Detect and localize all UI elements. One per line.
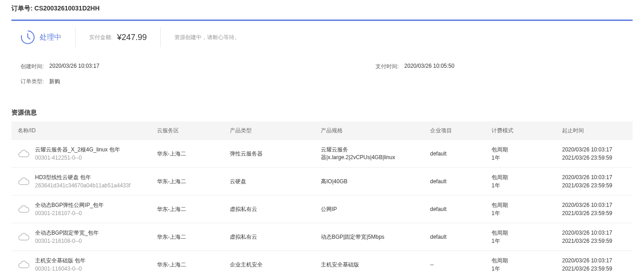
cloud-icon: [18, 177, 30, 186]
cloud-icon: [18, 232, 30, 241]
cell-spec: 云耀云服务器|x.large.2|2vCPUs|4GB|linux: [316, 140, 426, 168]
amount-cell: 实付金额: ¥247.99: [76, 27, 161, 47]
meta-value: 2020/03/26 10:03:17: [49, 63, 99, 70]
cell-start-time: 2020/03/26 10:03:17: [562, 173, 628, 181]
cell-billing-term: 1年: [492, 209, 553, 217]
cell-ptype: 云硬盘: [225, 168, 316, 196]
resource-name: 云耀云服务器_X_2核4G_linux 包年: [35, 146, 120, 154]
meta-value: 新购: [49, 78, 60, 85]
cell-start-time: 2020/03/26 10:03:17: [562, 201, 628, 209]
cell-ptype: 虚拟私有云: [225, 196, 316, 223]
th-project: 企业项目: [426, 121, 487, 140]
th-region: 云服务区: [152, 121, 225, 140]
cell-billing-term: 1年: [492, 265, 553, 273]
cell-billing-term: 1年: [492, 237, 553, 245]
th-time: 起止时间: [558, 121, 633, 140]
table-row: 主机安全基础版 包年00301-116043-0--0华东-上海二企业主机安全主…: [11, 251, 633, 276]
cell-region: 华东-上海二: [152, 140, 225, 168]
th-name: 名称/ID: [11, 121, 152, 140]
cell-billing-mode: 包周期: [492, 201, 553, 209]
processing-icon: [20, 30, 35, 45]
meta-label: 订单类型:: [20, 78, 44, 85]
amount-value: ¥247.99: [117, 33, 147, 42]
cell-spec: 主机安全基础版: [316, 251, 426, 276]
resource-id: 00301-216108-0--0: [35, 237, 99, 245]
cell-billing-mode: 包周期: [492, 256, 553, 265]
cell-billing-term: 1年: [492, 154, 553, 162]
table-row: 云耀云服务器_X_2核4G_linux 包年00301-412251-0--0华…: [11, 140, 633, 168]
cell-region: 华东-上海二: [152, 251, 225, 276]
amount-label: 实付金额:: [89, 34, 112, 41]
cell-spec: 高IO|40GB: [316, 168, 426, 196]
cell-ptype: 弹性云服务器: [225, 140, 316, 168]
cell-region: 华东-上海二: [152, 168, 225, 196]
order-number: 订单号: CS20032610031D2HH: [11, 5, 633, 13]
cell-spec: 动态BGP|固定带宽|5Mbps: [316, 223, 426, 251]
order-meta: 创建时间: 2020/03/26 10:03:17 支付时间: 2020/03/…: [11, 63, 633, 93]
cell-end-time: 2021/03/26 23:59:59: [562, 265, 628, 273]
cell-spec: 公网IP: [316, 196, 426, 223]
cell-billing-mode: 包周期: [492, 146, 553, 154]
cell-end-time: 2021/03/26 23:59:59: [562, 209, 628, 217]
order-no-value: CS20032610031D2HH: [35, 5, 100, 12]
resource-id: 00301-116043-0--0: [35, 265, 86, 273]
cell-project: --: [426, 251, 487, 276]
status-text: 处理中: [40, 33, 61, 42]
cloud-icon: [18, 149, 30, 158]
status-note: 资源创建中，请耐心等待。: [161, 34, 240, 41]
resource-id: 00301-216107-0--0: [35, 209, 104, 217]
cell-ptype: 企业主机安全: [225, 251, 316, 276]
cell-end-time: 2021/03/26 23:59:59: [562, 154, 628, 162]
cell-project: default: [426, 140, 487, 168]
table-header-row: 名称/ID 云服务区 产品类型 产品规格 企业项目 计费模式 起止时间: [11, 121, 633, 140]
meta-create-time: 创建时间: 2020/03/26 10:03:17: [20, 63, 375, 70]
cell-start-time: 2020/03/26 10:03:17: [562, 256, 628, 265]
cell-project: default: [426, 168, 487, 196]
cell-billing-mode: 包周期: [492, 173, 553, 181]
table-row: 全动态BGP固定带宽_包年00301-216108-0--0华东-上海二虚拟私有…: [11, 223, 633, 251]
th-spec: 产品规格: [316, 121, 426, 140]
cell-billing-mode: 包周期: [492, 229, 553, 237]
meta-label: 创建时间:: [20, 63, 44, 70]
resource-name: HD3型线性云硬盘 包年: [35, 173, 131, 181]
cell-ptype: 虚拟私有云: [225, 223, 316, 251]
table-row: HD3型线性云硬盘 包年263641d341c34670a04b11ab51a4…: [11, 168, 633, 196]
cloud-icon: [18, 205, 30, 214]
resource-name: 全动态BGP弹性公网IP_包年: [35, 201, 104, 209]
meta-value: 2020/03/26 10:05:50: [404, 63, 454, 70]
table-row: 全动态BGP弹性公网IP_包年00301-216107-0--0华东-上海二虚拟…: [11, 196, 633, 223]
order-no-label: 订单号:: [11, 5, 33, 12]
resource-name: 全动态BGP固定带宽_包年: [35, 229, 99, 237]
cell-end-time: 2021/03/26 23:59:59: [562, 237, 628, 245]
th-ptype: 产品类型: [225, 121, 316, 140]
cell-billing-term: 1年: [492, 181, 553, 190]
th-billing: 计费模式: [487, 121, 558, 140]
cell-project: default: [426, 223, 487, 251]
cell-end-time: 2021/03/26 23:59:59: [562, 181, 628, 190]
cell-region: 华东-上海二: [152, 196, 225, 223]
resource-table: 名称/ID 云服务区 产品类型 产品规格 企业项目 计费模式 起止时间 云耀云服…: [11, 121, 633, 276]
status-box: 处理中 实付金额: ¥247.99 资源创建中，请耐心等待。: [11, 20, 633, 54]
resource-name: 主机安全基础版 包年: [35, 256, 86, 265]
meta-pay-time: 支付时间: 2020/03/26 10:05:50: [375, 63, 454, 70]
status-cell: 处理中: [20, 27, 76, 47]
cell-region: 华东-上海二: [152, 223, 225, 251]
cell-project: default: [426, 196, 487, 223]
meta-order-type: 订单类型: 新购: [20, 78, 60, 85]
section-title-resources: 资源信息: [11, 109, 633, 117]
cell-start-time: 2020/03/26 10:03:17: [562, 229, 628, 237]
cloud-icon: [18, 260, 30, 269]
resource-id: 00301-412251-0--0: [35, 154, 120, 162]
cell-start-time: 2020/03/26 10:03:17: [562, 146, 628, 154]
resource-id: 263641d341c34670a04b11ab51a4433f: [35, 181, 131, 190]
meta-label: 支付时间:: [375, 63, 399, 70]
